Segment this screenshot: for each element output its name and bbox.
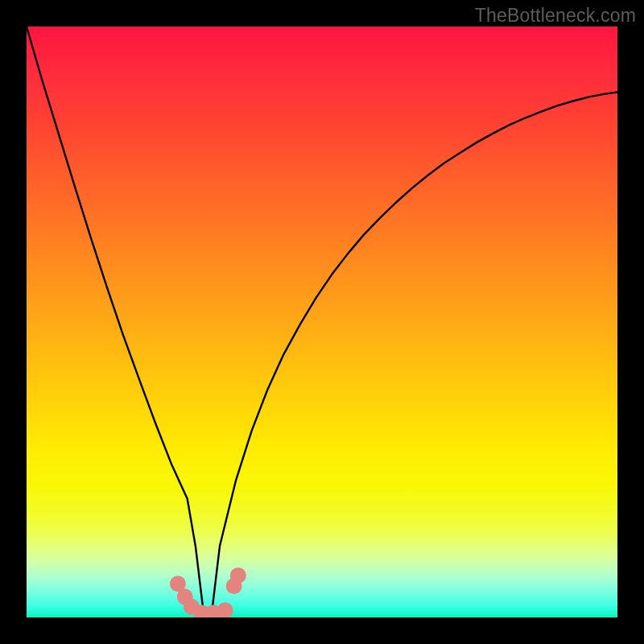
plot-area <box>27 27 617 617</box>
watermark-text: TheBottleneck.com <box>475 5 636 27</box>
curve-overlay <box>27 27 617 617</box>
highlight-dot <box>230 568 246 584</box>
bottleneck-curve <box>27 27 617 615</box>
highlight-dot <box>217 602 233 617</box>
chart-frame: TheBottleneck.com <box>0 0 644 644</box>
highlight-markers <box>170 568 246 617</box>
